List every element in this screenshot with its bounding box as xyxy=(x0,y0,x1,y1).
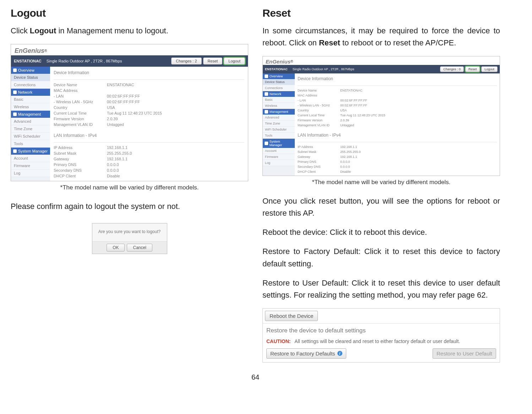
t: Click xyxy=(11,26,30,35)
sidebar-item[interactable]: Time Zone xyxy=(263,121,295,127)
kv-value: 0.0.0.0 xyxy=(107,162,119,167)
kv-row: IP Address192.168.1.1 xyxy=(298,144,497,149)
sidebar-item[interactable]: Time Zone xyxy=(11,125,50,133)
kv-key: DHCP Client xyxy=(298,170,340,173)
reset-button[interactable]: Reset xyxy=(203,57,223,65)
sidebar-header[interactable]: System Manager xyxy=(263,139,295,148)
caution-label: CAUTION: xyxy=(266,338,291,344)
model-name: ENSTATIONAC xyxy=(14,59,42,63)
kv-row: Subnet Mask255.255.255.0 xyxy=(54,150,244,156)
kv-value: 192.168.1.1 xyxy=(107,145,127,150)
sidebar-item[interactable]: Log xyxy=(11,170,50,177)
kv-value: Tue Aug 11 12:48:23 UTC 2015 xyxy=(340,114,385,117)
kv-row: Device NameENSTATIONAC xyxy=(298,88,497,93)
reset-screenshot: EnGenius® ENSTATIONAC Single Radio Outdo… xyxy=(262,56,500,176)
logout-intro: Click Logout in Management menu to logou… xyxy=(11,25,248,37)
sidebar-item[interactable]: Account xyxy=(11,155,50,162)
sidebar-item[interactable]: Firmware xyxy=(263,154,295,160)
sidebar-item[interactable]: Tools xyxy=(263,133,295,139)
kv-key: Current Local Time xyxy=(298,114,340,117)
restore-factory-label: Restore to Factory Defaults xyxy=(270,350,335,357)
sidebar-item[interactable]: Advanced xyxy=(263,115,295,121)
sidebar-item[interactable]: Advanced xyxy=(11,118,50,125)
kv-key: DHCP Client xyxy=(54,174,107,178)
kv-row: DHCP ClientDisable xyxy=(54,173,244,179)
kv-key: Secondary DNS xyxy=(54,168,107,172)
sidebar-header[interactable]: Network xyxy=(263,91,295,97)
kv-row: CountryUSA xyxy=(54,105,244,110)
kv-block: IP Address192.168.1.1Subnet Mask255.255.… xyxy=(298,144,497,174)
kv-key: MAC Address xyxy=(54,88,107,93)
sidebar-item[interactable]: Firmware xyxy=(11,162,50,170)
kv-value: ENSTATIONAC xyxy=(107,83,134,87)
kv-value: Untagged xyxy=(107,122,124,127)
kv-key: Device Name xyxy=(54,83,107,87)
sidebar-header[interactable]: Overview xyxy=(11,67,50,74)
kv-key: Management VLAN ID xyxy=(54,122,107,127)
section-title: LAN Information - IPv4 xyxy=(54,132,244,140)
reset-button[interactable]: Reset xyxy=(465,66,480,72)
kv-row: DHCP ClientDisable xyxy=(298,169,497,174)
kv-key: - Wireless LAN - 5GHz xyxy=(298,104,340,107)
sidebar-header[interactable]: Management xyxy=(263,109,295,115)
kv-row: Current Local TimeTue Aug 11 12:48:23 UT… xyxy=(54,110,244,116)
kv-key: IP Address xyxy=(298,145,340,149)
ok-button[interactable]: OK xyxy=(107,244,125,252)
sidebar-item[interactable]: WiFi Scheduler xyxy=(11,133,50,140)
kv-key: Management VLAN ID xyxy=(298,123,340,127)
kv-key: Current Local Time xyxy=(54,111,107,115)
kv-row: Firmware Version2.0.39 xyxy=(54,116,244,122)
kv-row: Gateway192.168.1.1 xyxy=(54,156,244,162)
kv-value: 192.168.1.1 xyxy=(107,157,127,161)
kv-row: Gateway192.168.1.1 xyxy=(298,154,497,159)
sidebar-header[interactable]: Network xyxy=(11,89,50,96)
kv-block: Device NameENSTATIONACMAC Address - LAN0… xyxy=(298,88,497,128)
cancel-button[interactable]: Cancel xyxy=(127,244,152,252)
sidebar-header[interactable]: System Manager xyxy=(11,148,50,155)
confirm-dialog: Are you sure you want to logout? OK Canc… xyxy=(92,223,167,254)
kv-key: MAC Address xyxy=(298,94,340,97)
sidebar-item[interactable]: Connections xyxy=(263,85,295,91)
sidebar-item[interactable]: Log xyxy=(263,160,295,166)
sidebar-item[interactable]: Basic xyxy=(11,96,50,103)
caution-row: CAUTION: All settings will be cleared an… xyxy=(263,336,500,346)
kv-value: 00:02:6F:FF:FF:FF xyxy=(340,99,367,102)
sidebar-header[interactable]: Management xyxy=(11,111,50,118)
kv-key: IP Address xyxy=(54,145,107,150)
kv-key: Gateway xyxy=(298,155,340,159)
restore-factory-button[interactable]: Restore to Factory Defaults i xyxy=(266,348,346,359)
kv-row: MAC Address xyxy=(54,88,244,93)
sidebar-item[interactable]: Wireless xyxy=(263,103,295,109)
sidebar-item[interactable]: Account xyxy=(263,148,295,154)
model-desc: Single Radio Outdoor AP , 2T2R , 867Mbps xyxy=(47,59,122,63)
sidebar-item[interactable]: Basic xyxy=(263,97,295,103)
sidebar-item[interactable]: Connections xyxy=(11,81,50,89)
sidebar-item[interactable]: Device Status xyxy=(11,74,50,81)
sidebar-item[interactable]: Device Status xyxy=(263,79,295,85)
reset-p2: Once you click reset button, you will se… xyxy=(262,195,500,219)
kv-value: 00:02:6F:FF:FF:FF xyxy=(107,100,140,104)
sidebar-item[interactable]: Tools xyxy=(11,140,50,148)
kv-row: Firmware Version2.0.39 xyxy=(298,118,497,123)
restore-user-button[interactable]: Restore to User Default xyxy=(433,348,496,359)
kv-key: Primary DNS xyxy=(54,162,107,167)
kv-row: Primary DNS0.0.0.0 xyxy=(54,162,244,167)
kv-row: CountryUSA xyxy=(298,108,497,113)
t: to reboot or to reset the AP/CPE. xyxy=(340,38,456,47)
brand-logo: EnGenius xyxy=(15,47,44,55)
changes-button[interactable]: Changes : 0 xyxy=(440,66,464,72)
kv-key: Primary DNS xyxy=(298,160,340,164)
changes-button[interactable]: Changes : 2 xyxy=(171,57,201,65)
reboot-device-button[interactable]: Reboot the Device xyxy=(265,311,318,321)
kv-row: IP Address192.168.1.1 xyxy=(54,145,244,150)
kv-key: - LAN xyxy=(54,94,107,98)
sidebar-header[interactable]: Overview xyxy=(263,73,295,79)
section-title: Device Information xyxy=(54,69,244,77)
sidebar-item[interactable]: Wireless xyxy=(11,103,50,111)
sidebar-item[interactable]: WiFi Scheduler xyxy=(263,127,295,133)
sidebar: OverviewDevice StatusConnectionsNetworkB… xyxy=(263,73,295,176)
kv-row: Device NameENSTATIONAC xyxy=(54,82,244,88)
logout-button[interactable]: Logout xyxy=(481,66,498,72)
logout-button[interactable]: Logout xyxy=(224,57,245,65)
kv-value: Disable xyxy=(340,170,351,173)
